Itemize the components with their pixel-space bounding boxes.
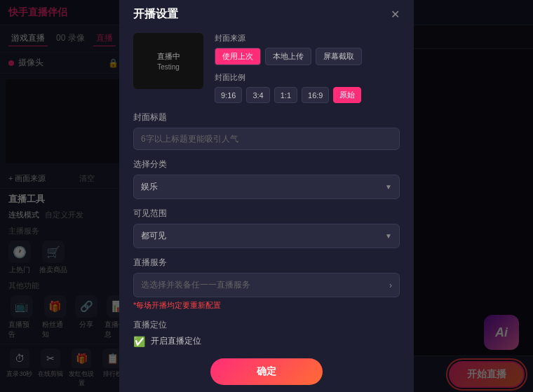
cover-btn-last[interactable]: 使用上次: [215, 48, 261, 65]
location-label: 直播定位: [133, 319, 400, 331]
modal-overlay: 开播设置 ✕ 直播中 Testing 封面来源 使用上次 本地上传 屏幕截取 封…: [0, 0, 533, 392]
cover-options: 封面来源 使用上次 本地上传 屏幕截取 封面比例 9:16 3:4 1:1 16…: [215, 33, 400, 103]
category-label: 选择分类: [133, 158, 400, 170]
ratio-3-4[interactable]: 3:4: [246, 87, 269, 103]
cover-btn-local[interactable]: 本地上传: [265, 48, 311, 65]
location-value: 开启直播定位: [151, 335, 201, 347]
category-arrow: ▼: [385, 183, 392, 191]
category-row: 选择分类 娱乐 ▼: [133, 158, 400, 199]
cover-title-label: 封面标题: [133, 111, 400, 123]
location-toggle-row: ✅ 开启直播定位: [133, 335, 400, 347]
cover-title-input[interactable]: [133, 128, 400, 150]
modal-close-button[interactable]: ✕: [391, 8, 400, 21]
visibility-row: 可见范围 都可见 ▼: [133, 208, 400, 248]
cover-btn-screenshot[interactable]: 屏幕截取: [316, 48, 362, 65]
modal-header: 开播设置 ✕: [133, 7, 400, 22]
toggle-icon: ✅: [133, 336, 145, 347]
cover-preview-sub: Testing: [157, 63, 180, 71]
live-service-label: 直播服务: [133, 257, 400, 269]
category-value: 娱乐: [141, 181, 158, 193]
settings-modal: 开播设置 ✕ 直播中 Testing 封面来源 使用上次 本地上传 屏幕截取 封…: [119, 0, 414, 392]
cover-source-btns: 使用上次 本地上传 屏幕截取: [215, 48, 400, 65]
live-service-arrow: ›: [389, 281, 392, 290]
ratio-1-1[interactable]: 1:1: [274, 87, 297, 103]
confirm-button[interactable]: 确定: [210, 358, 323, 385]
cover-source-label: 封面来源: [215, 33, 400, 43]
ratio-16-9[interactable]: 16:9: [302, 87, 329, 103]
live-service-row: 直播服务 选选择并装备任一一直播服务 › *每场开播均定要重新配置: [133, 257, 400, 311]
live-service-placeholder: 选选择并装备任一一直播服务: [141, 279, 250, 291]
cover-preview: 直播中 Testing: [133, 33, 203, 89]
visibility-arrow: ▼: [385, 232, 392, 240]
category-select[interactable]: 娱乐 ▼: [133, 175, 400, 199]
modal-title: 开播设置: [133, 7, 178, 22]
ratio-9-16[interactable]: 9:16: [215, 87, 242, 103]
modal-body: 直播中 Testing 封面来源 使用上次 本地上传 屏幕截取 封面比例 9:1…: [133, 33, 400, 103]
ratio-btns: 9:16 3:4 1:1 16:9 原始: [215, 87, 400, 103]
location-row: 直播定位 ✅ 开启直播定位: [133, 319, 400, 347]
live-service-select[interactable]: 选选择并装备任一一直播服务 ›: [133, 273, 400, 297]
cover-preview-text: 直播中: [157, 51, 180, 62]
visibility-label: 可见范围: [133, 208, 400, 219]
cover-title-row: 封面标题: [133, 111, 400, 150]
visibility-value: 都可见: [141, 230, 166, 242]
warning-text: *每场开播均定要重新配置: [133, 300, 400, 311]
ratio-label: 封面比例: [215, 72, 400, 83]
visibility-select[interactable]: 都可见 ▼: [133, 224, 400, 248]
ratio-original[interactable]: 原始: [333, 87, 361, 103]
